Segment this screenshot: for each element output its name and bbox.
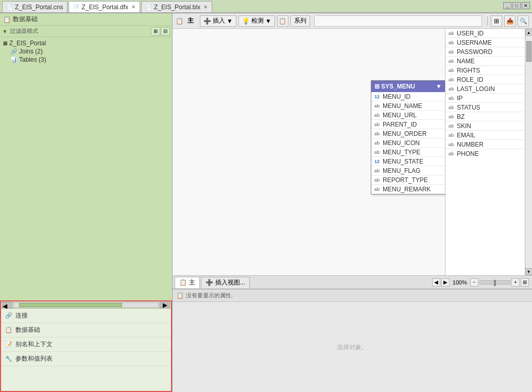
field-name-skin: SKIN [457,122,471,130]
field-type-icon-report-type: ab [373,177,381,183]
filter-collapse-button[interactable]: ⊟ [161,27,170,35]
insert-button[interactable]: ➕ 插入 ▼ [200,15,236,27]
zoom-forward-button[interactable]: ▶ [441,278,450,287]
tab-insert-view[interactable]: ➕ 插入视图... [201,277,250,288]
field-report-type[interactable]: ab REPORT_TYPE [371,175,445,185]
scroll-down-arrow[interactable]: ▼ [525,268,533,275]
tree-joins[interactable]: 🔗 Joins (2) [2,47,170,56]
sys-menu-table[interactable]: ⊞ SYS_MENU ▼ 12 MENU_ID ab MENU_NAME [371,80,445,194]
zoom-slider[interactable] [479,280,510,284]
zoom-level: 100% [453,279,467,286]
diagram-area[interactable]: ⊞ SYS_MENU ▼ 12 MENU_ID ab MENU_NAME [173,29,532,276]
field-name-name: NAME [457,58,475,65]
field-email[interactable]: ab EMAIL [445,131,525,140]
fit-button[interactable]: ⊞ [521,278,529,287]
grid-button[interactable]: ⊞ [491,15,502,27]
main-layout: 📋 数据基础 ▼ 过滤器模式 ⊞ ⊟ 🖥 Z_EIS_Portal � [0,13,532,392]
field-menu-order[interactable]: ab MENU_ORDER [371,129,445,138]
field-rights[interactable]: ab RIGHTS [445,66,525,75]
field-type-icon-user-id: ab [448,31,455,36]
field-menu-type[interactable]: ab MENU_TYPE [371,148,445,157]
field-type-icon-status: ab [448,105,455,110]
field-user-id[interactable]: ab USER_ID [445,29,525,38]
series-input[interactable] [314,15,482,27]
zoom-plus-button[interactable]: + [511,278,520,287]
field-role-id[interactable]: ab ROLE_ID [445,75,525,84]
search-button[interactable]: 🔍 [518,15,529,27]
sys-menu-grid-icon: ⊞ [374,83,380,90]
diagram-scrollbar[interactable]: ▲ ▼ [525,29,532,275]
field-name-rights: RIGHTS [457,67,480,74]
scroll-thumb[interactable] [19,303,122,307]
table-btn[interactable]: 📋 [277,15,288,27]
bottom-scrollbar[interactable]: ◀ ▶ [1,301,171,309]
field-ip[interactable]: ab IP [445,94,525,103]
field-type-icon-password: ab [448,49,455,55]
field-last-login[interactable]: ab LAST_LOGIN [445,84,525,94]
scroll-left-arrow[interactable]: ◀ [2,302,12,308]
tab-dfx-close[interactable]: ✕ [131,4,135,10]
left-panel-title: 数据基础 [13,15,38,24]
tab-main[interactable]: 📋 主 [175,277,200,288]
bottom-properties-panel: ◀ ▶ 🔗 连接 📋 数据基础 📝 别名和上下文 [0,300,172,392]
field-menu-state[interactable]: 12 MENU_STATE [371,157,445,166]
tab-blx[interactable]: 📄 Z_EIS_Portal.blx ✕ [141,1,212,12]
right-edge-table: ab USER_ID ab USERNAME ab PASSWORD ab NA… [445,29,525,275]
field-name-role-id: ROLE_ID [457,76,483,83]
tab-blx-close[interactable]: ✕ [203,4,208,10]
properties-content: 选择对象。 [173,302,532,392]
field-name-status: STATUS [457,104,480,111]
prop-params[interactable]: 🔧 参数和值列表 [1,352,171,366]
field-username[interactable]: ab USERNAME [445,38,525,47]
scroll-right-arrow[interactable]: ▶ [160,302,170,308]
zoom-handle[interactable] [494,280,496,286]
tab-cns[interactable]: 📄 Z_EIS_Portal.cns [2,1,67,12]
filter-expand-button[interactable]: ⊞ [151,27,160,35]
field-phone[interactable]: ab PHONE [445,149,525,158]
field-name-bz: BZ [457,113,465,120]
field-type-icon-menu-id: 12 [373,94,381,99]
scrollbar-track[interactable] [526,36,532,268]
tree-tables[interactable]: 📊 Tables (3) [2,56,170,64]
field-menu-flag[interactable]: ab MENU_FLAG [371,166,445,175]
field-bz[interactable]: ab BZ [445,112,525,121]
properties-panel: 📋 没有要显示的属性. 选择对象。 [173,289,532,392]
field-number[interactable]: ab NUMBER [445,140,525,149]
field-skin[interactable]: ab SKIN [445,121,525,131]
connections-label: 连接 [15,311,28,320]
zoom-minus-button[interactable]: − [470,278,478,287]
field-name-menu-type: MENU_TYPE [383,149,420,156]
maximize-button[interactable]: □ [512,2,521,9]
toolbar-header-icon: 📋 [176,17,183,25]
prop-connections[interactable]: 🔗 连接 [1,309,171,323]
field-status[interactable]: ab STATUS [445,103,525,112]
check-label: 检测 [251,16,264,25]
series-button[interactable]: 系列 [290,15,310,27]
field-menu-name[interactable]: ab MENU_NAME [371,101,445,111]
export-button[interactable]: 📤 [504,15,516,27]
tab-dfx[interactable]: 📄 Z_EIS_Portal.dfx ✕ [68,1,140,12]
zoom-back-button[interactable]: ◀ [432,278,440,287]
insert-label: 插入 [213,16,225,25]
field-menu-remark[interactable]: ab MENU_REMARK [371,185,445,194]
scrollbar-thumb[interactable] [526,41,531,62]
prop-database[interactable]: 📋 数据基础 [1,323,171,337]
sys-menu-menu-icon[interactable]: ▼ [436,83,442,90]
field-menu-id[interactable]: 12 MENU_ID [371,92,445,101]
joins-label: Joins (2) [19,48,43,55]
field-parent-id[interactable]: ab PARENT_ID [371,120,445,129]
properties-header: 📋 没有要显示的属性. [173,290,532,302]
tree-root[interactable]: 🖥 Z_EIS_Portal [2,39,170,47]
minimize-button[interactable]: _ [503,2,511,9]
prop-aliases[interactable]: 📝 别名和上下文 [1,337,171,352]
aliases-label: 别名和上下文 [15,340,53,349]
check-button[interactable]: 💡 检测 ▼ [238,15,275,27]
field-name-field[interactable]: ab NAME [445,57,525,66]
scroll-track[interactable] [13,302,159,308]
field-menu-icon[interactable]: ab MENU_ICON [371,138,445,148]
field-menu-url[interactable]: ab MENU_URL [371,111,445,120]
close-button[interactable]: ✕ [522,2,530,9]
field-password[interactable]: ab PASSWORD [445,47,525,57]
tables-icon: 📊 [10,57,18,63]
scroll-up-arrow[interactable]: ▲ [525,29,533,36]
